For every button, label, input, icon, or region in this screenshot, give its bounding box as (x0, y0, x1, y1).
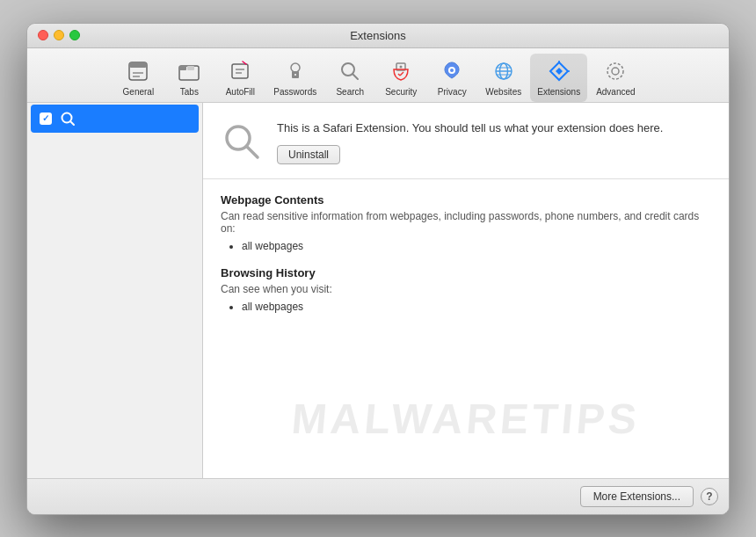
svg-point-29 (607, 63, 623, 79)
websites-icon (490, 57, 518, 85)
tabs-icon (175, 57, 203, 85)
traffic-lights (38, 30, 80, 40)
toolbar-item-search[interactable]: Search (325, 54, 374, 102)
webpage-contents-item: all webpages (242, 240, 711, 252)
webpage-contents-title: Webpage Contents (221, 193, 711, 207)
svg-rect-7 (232, 64, 248, 78)
advanced-icon (601, 57, 629, 85)
safari-preferences-window: Extensions General T (26, 23, 730, 515)
svg-line-33 (247, 147, 258, 157)
permission-group-browsing: Browsing History Can see when you visit:… (221, 266, 711, 313)
window-title: Extensions (350, 29, 406, 42)
uninstall-button[interactable]: Uninstall (277, 145, 340, 164)
extension-sidebar-icon (59, 110, 76, 127)
close-button[interactable] (38, 30, 48, 40)
security-icon (387, 57, 415, 85)
svg-point-20 (450, 69, 454, 72)
permission-group-webpage: Webpage Contents Can read sensitive info… (221, 193, 711, 252)
toolbar: General Tabs AutoFill (27, 48, 729, 103)
sidebar: ✓ (27, 103, 203, 478)
privacy-icon (438, 57, 466, 85)
svg-line-31 (70, 121, 74, 125)
more-extensions-button[interactable]: More Extensions... (580, 486, 694, 507)
extensions-label: Extensions (537, 87, 580, 97)
general-label: General (123, 87, 155, 97)
toolbar-item-websites[interactable]: Websites (478, 54, 528, 102)
extensions-icon (545, 57, 573, 85)
advanced-label: Advanced (596, 87, 635, 97)
toolbar-item-extensions[interactable]: Extensions (530, 54, 587, 102)
passwords-label: Passwords (273, 87, 316, 97)
svg-point-10 (291, 63, 300, 72)
maximize-button[interactable] (69, 30, 80, 40)
extension-checkbox[interactable]: ✓ (40, 112, 52, 125)
detail-panel: MALWARETIPS This is a Safari Extension. … (203, 103, 729, 478)
sidebar-item-search-ext[interactable]: ✓ (31, 105, 199, 133)
extension-info: This is a Safari Extension. You should t… (277, 120, 711, 164)
toolbar-item-privacy[interactable]: Privacy (427, 54, 476, 102)
toolbar-item-tabs[interactable]: Tabs (164, 54, 214, 102)
privacy-label: Privacy (438, 87, 467, 97)
toolbar-item-passwords[interactable]: Passwords (266, 54, 323, 102)
svg-point-28 (612, 68, 619, 75)
browsing-history-title: Browsing History (221, 266, 711, 279)
toolbar-item-general[interactable]: General (113, 54, 163, 102)
title-bar: Extensions (27, 24, 729, 48)
tabs-label: Tabs (180, 87, 199, 97)
toolbar-item-security[interactable]: Security (376, 54, 425, 102)
websites-label: Websites (485, 87, 521, 97)
webpage-contents-list: all webpages (221, 240, 711, 252)
general-icon (124, 57, 152, 85)
minimize-button[interactable] (54, 30, 64, 40)
extension-icon (221, 120, 263, 163)
svg-rect-1 (129, 62, 147, 68)
passwords-icon (281, 57, 309, 85)
svg-rect-5 (179, 66, 186, 70)
autofill-label: AutoFill (226, 87, 255, 97)
svg-point-16 (400, 65, 403, 68)
autofill-icon (226, 57, 254, 85)
main-content: ✓ MALWARETIPS (27, 103, 729, 478)
webpage-contents-desc: Can read sensitive information from webp… (221, 210, 711, 235)
toolbar-item-autofill[interactable]: AutoFill (215, 54, 265, 102)
security-label: Security (385, 87, 417, 97)
help-button[interactable]: ? (701, 488, 718, 505)
browsing-history-item: all webpages (242, 301, 711, 313)
svg-rect-6 (187, 66, 194, 70)
svg-line-18 (400, 72, 403, 76)
extension-header: This is a Safari Extension. You should t… (203, 103, 729, 179)
search-label: Search (336, 87, 364, 97)
toolbar-item-advanced[interactable]: Advanced (589, 54, 642, 102)
search-toolbar-icon (336, 57, 364, 85)
browsing-history-list: all webpages (221, 301, 711, 313)
permissions-section: Webpage Contents Can read sensitive info… (203, 179, 729, 478)
checkmark-icon: ✓ (42, 113, 49, 123)
svg-line-14 (353, 74, 358, 79)
extension-description: This is a Safari Extension. You should t… (277, 120, 711, 136)
footer: More Extensions... ? (27, 478, 729, 514)
browsing-history-desc: Can see when you visit: (221, 283, 711, 295)
